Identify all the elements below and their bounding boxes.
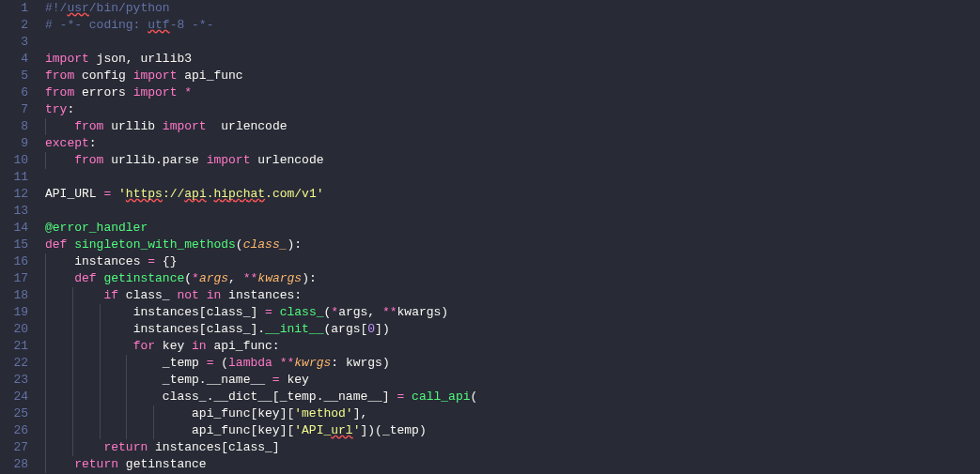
- token-funccall: __init__: [265, 322, 323, 336]
- code-line[interactable]: _temp.__name__ = key: [45, 372, 980, 389]
- code-line[interactable]: except:: [45, 135, 980, 152]
- token-plain: api_func:: [207, 339, 280, 353]
- token-plain: api_func: [177, 69, 242, 83]
- token-keyword: in: [192, 339, 207, 353]
- line-number: 26: [0, 422, 28, 439]
- indent-guide: [45, 405, 46, 422]
- indent-guide: [100, 321, 101, 338]
- token-number: 0: [367, 322, 375, 336]
- code-line[interactable]: return getinstance: [45, 456, 980, 473]
- code-line[interactable]: for key in api_func:: [45, 338, 980, 355]
- token-comment: utf: [148, 18, 169, 32]
- token-plain: [272, 356, 280, 370]
- code-line[interactable]: instances[class_].__init__(args[0]): [45, 321, 980, 338]
- token-string: https: [126, 187, 163, 201]
- line-number: 17: [0, 270, 28, 287]
- token-funccall: class_: [280, 305, 324, 319]
- token-op: *: [192, 271, 199, 285]
- indent-guide: [72, 287, 73, 304]
- code-line[interactable]: from config import api_func: [45, 68, 980, 84]
- token-plain: instances[class_]: [133, 305, 265, 319]
- token-plain: urlencode: [207, 119, 288, 133]
- code-line[interactable]: @error_handler: [45, 220, 980, 237]
- token-func: singleton_with_methods: [74, 237, 236, 252]
- code-line[interactable]: from urllib.parse import urlencode: [45, 152, 980, 169]
- indent-guide: [153, 422, 154, 439]
- token-plain: urllib.parse: [103, 153, 206, 167]
- indent-guide: [72, 405, 73, 422]
- token-keyword: import: [163, 119, 207, 133]
- token-plain: : kwrgs): [331, 356, 389, 370]
- code-line[interactable]: if class_ not in instances:: [45, 287, 980, 304]
- token-param: kwargs: [257, 271, 302, 285]
- indent-guide: [45, 338, 46, 355]
- token-string: 'API_: [294, 423, 331, 437]
- token-plain: [272, 305, 280, 319]
- token-plain: args,: [338, 305, 382, 319]
- code-line[interactable]: instances[class_] = class_(*args, **kwar…: [45, 304, 980, 321]
- code-line[interactable]: [45, 169, 980, 186]
- code-line[interactable]: from errors import *: [45, 84, 980, 101]
- line-number: 20: [0, 321, 28, 338]
- line-number: 19: [0, 304, 28, 321]
- code-line[interactable]: _temp = (lambda **kwrgs: kwrgs): [45, 355, 980, 372]
- token-keyword: from: [45, 69, 74, 83]
- line-number: 12: [0, 186, 28, 203]
- code-line[interactable]: def getinstance(*args, **kwargs):: [45, 270, 980, 287]
- code-line[interactable]: import json, urllib3: [45, 51, 980, 68]
- code-line[interactable]: # -*- coding: utf-8 -*-: [45, 17, 980, 34]
- indent-guide: [45, 152, 46, 169]
- token-plain: api_func[key][: [192, 406, 294, 420]
- line-number: 18: [0, 287, 28, 304]
- code-editor-content[interactable]: #!/usr/bin/python# -*- coding: utf-8 -*-…: [38, 0, 980, 474]
- token-comment: -8 -*-: [170, 18, 214, 32]
- code-line[interactable]: [45, 203, 980, 220]
- token-plain: ):: [302, 271, 317, 285]
- token-comment: usr: [67, 1, 88, 15]
- token-op: **: [382, 305, 397, 319]
- line-number: 22: [0, 355, 28, 372]
- token-plain: instances[class_].: [133, 322, 265, 336]
- indent-guide: [100, 389, 101, 405]
- token-funccall: call_api: [412, 390, 470, 404]
- code-line[interactable]: class_.__dict__[_temp.__name__] = call_a…: [45, 389, 980, 405]
- token-keyword: for: [133, 339, 155, 353]
- code-line[interactable]: return instances[class_]: [45, 439, 980, 456]
- code-line[interactable]: from urllib import urlencode: [45, 118, 980, 135]
- token-keyword: return: [103, 440, 148, 454]
- indent-guide: [100, 338, 101, 355]
- line-number: 1: [0, 0, 28, 17]
- indent-guide: [45, 372, 46, 389]
- code-line[interactable]: #!/usr/bin/python: [45, 0, 980, 17]
- token-string: 'method': [294, 406, 352, 420]
- line-number: 6: [0, 84, 28, 101]
- code-line[interactable]: instances = {}: [45, 253, 980, 270]
- code-line[interactable]: api_func[key]['API_url'])(_temp): [45, 422, 980, 439]
- token-keyword: in: [207, 288, 222, 302]
- line-number: 24: [0, 389, 28, 405]
- token-plain: config: [74, 69, 132, 83]
- token-keyword: import: [207, 153, 251, 167]
- line-number: 28: [0, 456, 28, 473]
- indent-guide: [153, 405, 154, 422]
- token-plain: [199, 288, 207, 302]
- code-line[interactable]: try:: [45, 101, 980, 118]
- token-op: *: [331, 305, 338, 319]
- code-line[interactable]: api_func[key]['method'],: [45, 405, 980, 422]
- token-string: url: [331, 423, 352, 437]
- line-number: 27: [0, 439, 28, 456]
- token-plain: ]): [375, 322, 390, 336]
- indent-guide: [100, 372, 101, 389]
- code-line[interactable]: [45, 34, 980, 51]
- code-line[interactable]: def singleton_with_methods(class_):: [45, 237, 980, 253]
- line-number: 23: [0, 372, 28, 389]
- line-number: 7: [0, 101, 28, 118]
- indent-guide: [45, 321, 46, 338]
- token-string: ://: [163, 187, 184, 201]
- token-keyword: def: [74, 271, 96, 285]
- token-func: getinstance: [103, 271, 184, 285]
- token-keyword: from: [74, 119, 103, 133]
- indent-guide: [45, 304, 46, 321]
- code-line[interactable]: API_URL = 'https://api.hipchat.com/v1': [45, 186, 980, 203]
- token-plain: {}: [155, 254, 177, 268]
